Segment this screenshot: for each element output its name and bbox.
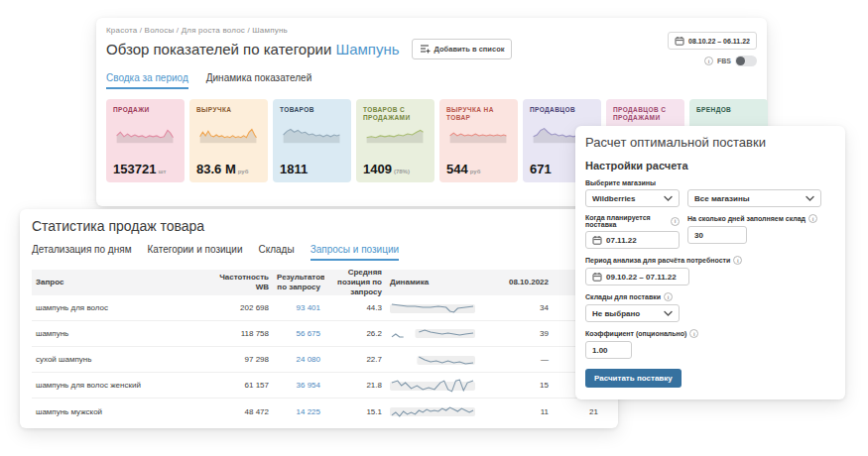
warehouses-select-value: Не выбрано [592, 309, 640, 318]
col-header-results: Результатов по запросу [273, 273, 324, 292]
table-row: шампунь для волос женский 61 157 36 954 … [32, 373, 606, 399]
queries-table: Запрос Частотность WB Результатов по зап… [32, 270, 606, 424]
metric-label: ПРОДАВЦОВ [530, 106, 594, 123]
supply-date-label: Когда планируется поставка [585, 214, 680, 228]
metric-value: 671 [530, 162, 552, 176]
metric-label: ТОВАРОВ [280, 106, 344, 123]
table-row: сухой шампунь 97 298 24 080 22.7 — [32, 347, 606, 373]
stats-tabs: Детализация по дням Категории и позиции … [32, 244, 606, 261]
supply-date-value: 07.11.22 [606, 236, 637, 245]
table-row: шампунь 118 758 56 675 26.2 39 [32, 321, 606, 347]
tab-queries-positions[interactable]: Запросы и позиции [310, 244, 399, 261]
frequency-cell: 61 157 [215, 381, 273, 390]
date-position-cell: 11 [475, 407, 553, 416]
metric-value: 544 [446, 162, 468, 176]
dynamics-sparkline [390, 325, 475, 343]
store-scope-select-value: Все магазины [694, 194, 750, 203]
results-link[interactable]: 93 401 [273, 303, 324, 312]
table-row: шампунь мужской 48 472 14 225 15.1 11 21 [32, 399, 606, 424]
warehouses-select[interactable]: Не выбрано [585, 304, 680, 322]
calendar-icon [592, 235, 602, 245]
results-link[interactable]: 36 954 [273, 381, 324, 390]
calendar-icon [675, 36, 684, 46]
product-sales-stats-panel: Статистика продаж товара Детализация по … [20, 209, 618, 428]
col-header-query: Запрос [32, 278, 215, 287]
table-header-row: Запрос Частотность WB Результатов по зап… [32, 270, 606, 295]
coefficient-input[interactable] [585, 341, 632, 359]
metric-unit: руб [238, 169, 249, 174]
metric-card-products[interactable]: ТОВАРОВ 1811 [273, 99, 351, 182]
avg-position-cell: 22.7 [324, 355, 386, 364]
date-position-cell: 15 [475, 381, 553, 390]
frequency-cell: 97 298 [215, 355, 273, 364]
overview-tabs: Сводка за период Динамика показателей [106, 72, 757, 89]
info-icon [808, 214, 817, 223]
fbs-switch-row: FBS [704, 56, 757, 66]
tab-categories-positions[interactable]: Категории и позиции [148, 244, 243, 261]
metric-unit: (78%) [394, 169, 410, 174]
metric-card-sales[interactable]: ПРОДАЖИ 153721шт [106, 99, 185, 182]
query-cell: шампунь для волос [32, 303, 215, 312]
avg-position-cell: 21.8 [324, 381, 386, 390]
sparkline [363, 124, 428, 146]
marketplace-select[interactable]: Wildberries [585, 189, 680, 207]
fill-days-input[interactable] [687, 226, 747, 244]
query-cell: сухой шампунь [32, 355, 215, 364]
analysis-period-value: 09.10.22 – 07.11.22 [606, 273, 677, 282]
breadcrumb[interactable]: Красота / Волосы / Для роста волос / Шам… [106, 26, 757, 35]
dynamics-sparkline [390, 402, 475, 420]
sparkline [446, 124, 511, 146]
metric-card-revenue-per-product[interactable]: ВЫРУЧКА НА ТОВАР 544руб [439, 99, 518, 182]
supply-date-picker[interactable]: 07.11.22 [585, 231, 680, 249]
metric-unit: шт [158, 169, 166, 174]
add-to-list-label: Добавить в список [434, 45, 505, 54]
metric-value: 1811 [280, 162, 308, 176]
info-icon [733, 256, 742, 265]
frequency-cell: 118 758 [215, 329, 273, 338]
results-link[interactable]: 14 225 [273, 407, 324, 416]
avg-position-cell: 15.1 [324, 407, 386, 416]
fbs-toggle[interactable] [735, 56, 757, 66]
metric-label: ПРОДАВЦОВ С ПРОДАЖАМИ [613, 106, 678, 123]
analysis-period-picker[interactable]: 09.10.22 – 07.11.22 [585, 268, 689, 285]
tab-period-summary[interactable]: Сводка за период [106, 72, 188, 89]
date-range-picker[interactable]: 08.10.22 – 06.11.22 [668, 32, 757, 50]
metric-label: ТОВАРОВ С ПРОДАЖАМИ [363, 106, 428, 123]
dashboard-background: Красота / Волосы / Для роста волос / Шам… [0, 0, 868, 456]
fill-days-label: На сколько дней заполняем склад [687, 214, 821, 223]
info-icon [664, 292, 673, 301]
analysis-period-label: Период анализа для расчёта потребности [585, 256, 835, 265]
coefficient-label: Коэффициент (опционально) [585, 329, 835, 338]
metric-value: 153721 [113, 162, 156, 176]
metric-label: ВЫРУЧКА [196, 106, 261, 123]
tab-indicators-dynamics[interactable]: Динамика показателей [206, 72, 311, 89]
fbs-label: FBS [717, 57, 731, 64]
overflow-position-cell: 21 [553, 407, 602, 416]
category-link[interactable]: Шампунь [335, 41, 399, 57]
tab-warehouses[interactable]: Склады [259, 244, 295, 261]
chevron-down-icon [806, 195, 814, 201]
query-cell: шампунь для волос женский [32, 381, 215, 390]
optimal-supply-panel: Расчет оптимальной поставки Настройки ра… [575, 126, 845, 399]
results-link[interactable]: 24 080 [273, 355, 324, 364]
page-title-text: Обзор показателей по категории [106, 41, 331, 57]
store-scope-select[interactable]: Все магазины [687, 189, 821, 207]
list-plus-icon [420, 44, 431, 55]
results-link[interactable]: 56 675 [273, 329, 324, 338]
frequency-cell: 48 472 [215, 407, 273, 416]
tab-daily-details[interactable]: Детализация по дням [32, 244, 132, 261]
col-header-frequency: Частотность WB [215, 273, 273, 292]
marketplace-select-value: Wildberries [592, 194, 636, 203]
metric-card-products-with-sales[interactable]: ТОВАРОВ С ПРОДАЖАМИ 1409(78%) [356, 99, 434, 182]
add-to-list-button[interactable]: Добавить в список [412, 39, 513, 59]
stats-panel-title: Статистика продаж товара [32, 218, 606, 234]
toggle-knob [736, 57, 745, 65]
metric-value: 1409 [363, 162, 392, 176]
dynamics-sparkline [390, 299, 475, 317]
table-row: шампунь для волос 202 698 93 401 44.3 34 [32, 295, 606, 321]
dynamics-sparkline [390, 377, 475, 395]
col-header-avg-position: Средняя позиция по запросу [324, 268, 386, 297]
metric-card-revenue[interactable]: ВЫРУЧКА 83.6 Мруб [189, 99, 268, 182]
calculate-supply-button[interactable]: Расчитать поставку [585, 369, 682, 388]
frequency-cell: 202 698 [215, 303, 273, 312]
